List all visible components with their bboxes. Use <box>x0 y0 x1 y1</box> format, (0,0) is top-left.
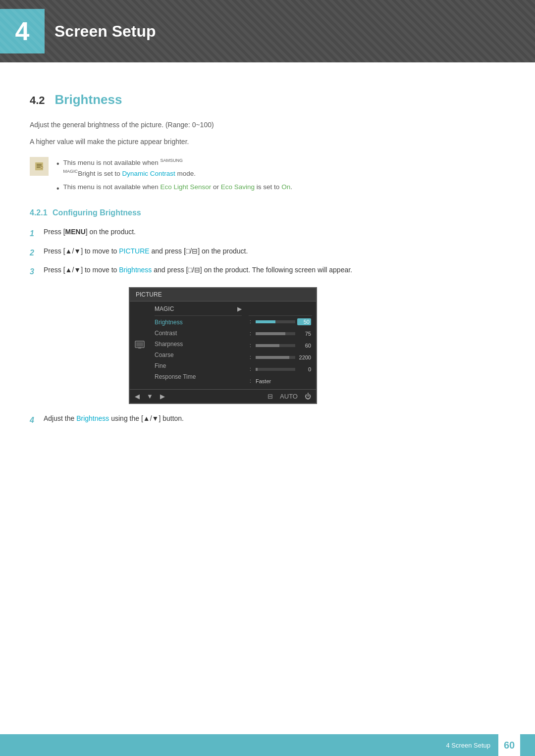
magic-label: MAGIC <box>155 305 174 312</box>
screen-menu: MAGIC ▶ Brightness Contrast Sharpness <box>150 302 247 389</box>
coarse-fill <box>256 356 289 359</box>
footer-page-number: 60 <box>498 734 520 756</box>
screen-mockup-container: PICTURE MAGIC <box>129 287 505 404</box>
step-1-num: 1 <box>30 227 39 240</box>
picture-link[interactable]: PICTURE <box>119 247 149 255</box>
footer-label: 4 Screen Setup <box>446 742 490 749</box>
on-link[interactable]: On <box>281 183 290 191</box>
note-text-1: This menu is not available when SAMSUNGM… <box>63 157 196 179</box>
step-2-text: Press [▲/▼] to move to PICTURE and press… <box>44 246 505 257</box>
footer-icon-power: ⏻ <box>305 393 311 400</box>
screen-header-label: PICTURE <box>136 291 162 298</box>
screen-body: MAGIC ▶ Brightness Contrast Sharpness <box>130 302 316 389</box>
chapter-number-box: 4 <box>0 9 45 53</box>
fine-fill <box>256 368 258 371</box>
monitor-icon <box>134 340 145 351</box>
contrast-value: 75 <box>297 331 311 337</box>
brightness-link-2[interactable]: Brightness <box>76 414 109 422</box>
footer-icons-right: ⊟ AUTO ⏻ <box>268 393 311 400</box>
screen-header: PICTURE <box>130 288 316 302</box>
page-footer: 4 Screen Setup 60 <box>0 734 535 756</box>
value-row-sharpness: : 60 <box>247 340 314 352</box>
note-line-1: • This menu is not available when SAMSUN… <box>56 157 292 179</box>
response-label: Response Time <box>155 373 196 380</box>
menu-item-fine: Fine <box>150 360 247 371</box>
subsection-title: 4.2.1 Configuring Brightness <box>30 208 505 217</box>
menu-item-magic: MAGIC ▶ <box>150 303 247 314</box>
contrast-fill <box>256 332 285 335</box>
eco-light-sensor-link[interactable]: Eco Light Sensor <box>160 183 211 191</box>
screen-mockup: PICTURE MAGIC <box>129 287 317 404</box>
step-3-text: Press [▲/▼] to move to Brightness and pr… <box>44 264 505 276</box>
sharpness-fill <box>256 344 279 347</box>
value-row-contrast: : 75 <box>247 328 314 340</box>
step-2-num: 2 <box>30 246 39 259</box>
coarse-bar <box>256 356 295 359</box>
bullet-2: • <box>56 182 59 195</box>
footer-icon-enter: ⊟ <box>268 393 273 400</box>
menu-item-sharpness: Sharpness <box>150 339 247 350</box>
subsection-number: 4.2.1 <box>30 208 48 217</box>
steps-list-2: 4 Adjust the Brightness using the [▲/▼] … <box>30 413 505 427</box>
main-content: 4.2 Brightness Adjust the general bright… <box>0 62 535 452</box>
footer-icon-right: ▶ <box>160 393 165 400</box>
coarse-label: Coarse <box>155 352 174 358</box>
footer-icon-auto: AUTO <box>280 393 298 400</box>
footer-icon-down: ▼ <box>147 393 153 400</box>
fine-bar <box>256 368 295 371</box>
brightness-value: 50 <box>297 318 311 325</box>
step-4: 4 Adjust the Brightness using the [▲/▼] … <box>30 413 505 427</box>
footer-icon-left: ◀ <box>135 393 140 400</box>
step-3-num: 3 <box>30 265 39 278</box>
sharpness-bar <box>256 344 295 347</box>
note-icon <box>30 157 49 176</box>
menu-item-contrast: Contrast <box>150 328 247 339</box>
steps-list: 1 Press [MENU] on the product. 2 Press [… <box>30 226 505 278</box>
subsection-heading: Configuring Brightness <box>53 208 141 217</box>
svg-rect-5 <box>136 342 143 347</box>
step-2: 2 Press [▲/▼] to move to PICTURE and pre… <box>30 246 505 259</box>
step-1: 1 Press [MENU] on the product. <box>30 226 505 240</box>
pencil-svg <box>34 161 45 172</box>
description-2: A higher value will make the picture app… <box>30 136 505 148</box>
value-row-coarse: : 2200 <box>247 352 314 363</box>
step-4-num: 4 <box>30 413 39 427</box>
value-row-response: : Faster <box>247 375 314 387</box>
section-number: 4.2 <box>30 94 45 107</box>
section-title: 4.2 Brightness <box>30 92 505 107</box>
brightness-link[interactable]: Brightness <box>119 266 152 274</box>
section-heading: Brightness <box>55 92 122 107</box>
step-3: 3 Press [▲/▼] to move to Brightness and … <box>30 264 505 278</box>
contrast-bar <box>256 332 295 335</box>
description-1: Adjust the general brightness of the pic… <box>30 119 505 131</box>
brightness-fill <box>256 320 275 323</box>
menu-item-brightness: Brightness <box>150 317 247 328</box>
screen-values: : 50 : 75 <box>247 302 316 389</box>
step-1-text: Press [MENU] on the product. <box>44 226 505 238</box>
eco-saving-link[interactable]: Eco Saving <box>221 183 255 191</box>
step-4-text: Adjust the Brightness using the [▲/▼] bu… <box>44 413 505 425</box>
note-text-2: This menu is not available when Eco Ligh… <box>63 182 292 193</box>
dynamic-contrast-link[interactable]: Dynamic Contrast <box>122 169 175 177</box>
chapter-title: Screen Setup <box>54 22 156 41</box>
value-row-fine: : 0 <box>247 363 314 375</box>
menu-item-response: Response Time <box>150 371 247 382</box>
sharpness-value: 60 <box>297 343 311 349</box>
value-row-brightness: : 50 <box>247 316 314 328</box>
brightness-label: Brightness <box>155 319 183 326</box>
magic-arrow: ▶ <box>237 305 242 312</box>
coarse-value: 2200 <box>297 354 311 360</box>
note-line-2: • This menu is not available when Eco Li… <box>56 182 292 195</box>
note-lines: • This menu is not available when SAMSUN… <box>56 157 292 195</box>
contrast-label: Contrast <box>155 330 177 337</box>
response-value: Faster <box>256 378 271 384</box>
screen-footer: ◀ ▼ ▶ ⊟ AUTO ⏻ <box>130 389 316 403</box>
sharpness-label: Sharpness <box>155 341 183 348</box>
note-container: • This menu is not available when SAMSUN… <box>30 157 505 195</box>
chapter-header: 4 Screen Setup <box>0 0 535 62</box>
footer-icons-left: ◀ ▼ ▶ <box>135 393 165 400</box>
fine-value: 0 <box>297 366 311 372</box>
bullet-1: • <box>56 157 59 170</box>
value-row-magic <box>247 303 314 315</box>
fine-label: Fine <box>155 362 166 369</box>
